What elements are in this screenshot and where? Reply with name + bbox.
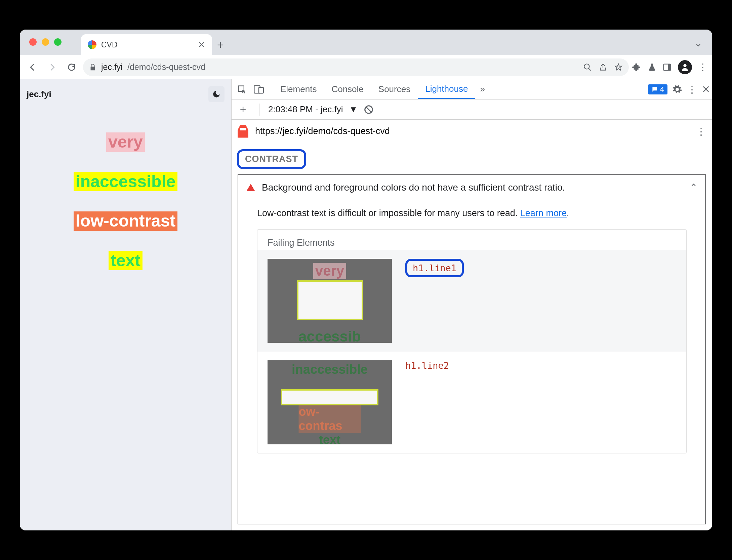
reload-button[interactable] (64, 59, 80, 75)
close-window-button[interactable] (29, 38, 37, 46)
audit-title: Background and foreground colors do not … (262, 182, 565, 193)
tab-sources[interactable]: Sources (371, 79, 418, 99)
lock-icon (89, 64, 96, 71)
search-icon[interactable] (583, 63, 592, 72)
browser-window: CVD ✕ + ⌄ jec.fyi/demo/cds-quest-cvd (20, 30, 712, 530)
extensions-icon[interactable] (632, 63, 642, 72)
clear-icon[interactable] (364, 105, 374, 115)
favicon-icon (88, 40, 96, 49)
tab-title: CVD (101, 40, 193, 49)
new-report-button[interactable]: + (236, 103, 250, 116)
chrome-menu-button[interactable]: ⋮ (698, 62, 707, 73)
tabs-overflow-button[interactable]: ⌄ (694, 38, 702, 49)
devtools-close-button[interactable]: ✕ (702, 83, 710, 95)
maximize-window-button[interactable] (54, 38, 62, 46)
settings-gear-icon[interactable] (672, 84, 682, 94)
demo-word-1: very (106, 132, 145, 152)
forward-button[interactable] (44, 59, 60, 75)
tab-console[interactable]: Console (324, 79, 371, 99)
extension-area: ⋮ (632, 60, 707, 74)
svg-rect-6 (259, 87, 263, 93)
url-host: jec.fyi (101, 62, 123, 72)
share-icon[interactable] (599, 63, 607, 72)
labs-icon[interactable] (648, 62, 656, 72)
theme-toggle-button[interactable] (208, 86, 225, 102)
minimize-window-button[interactable] (42, 38, 49, 46)
browser-tab[interactable]: CVD ✕ (81, 34, 212, 55)
devtools-menu-button[interactable]: ⋮ (687, 83, 697, 95)
lighthouse-toolbar: + 2:03:48 PM - jec.fyi ▼ (232, 99, 712, 120)
lighthouse-icon (238, 125, 248, 138)
back-button[interactable] (25, 59, 41, 75)
period: . (567, 208, 569, 218)
failing-elements-label: Failing Elements (257, 230, 686, 250)
demo-word-2: inaccessible (74, 172, 177, 192)
element-selector[interactable]: h1.line1 (405, 259, 464, 277)
report-url-bar: https://jec.fyi/demo/cds-quest-cvd ⋮ (232, 120, 712, 143)
content-split: jec.fyi very inaccessible low-contrast t… (20, 79, 712, 530)
dropdown-icon[interactable]: ▼ (349, 104, 358, 115)
report-menu-button[interactable]: ⋮ (696, 125, 706, 137)
titlebar: CVD ✕ + ⌄ (20, 30, 712, 55)
audit-desc-text: Low-contrast text is difficult or imposs… (257, 208, 520, 218)
learn-more-link[interactable]: Learn more (520, 208, 567, 218)
svg-rect-2 (668, 64, 670, 70)
omnibox-actions (583, 63, 623, 72)
demo-word-4: text (109, 251, 143, 271)
window-controls (29, 38, 62, 46)
devtools-panel: Elements Console Sources Lighthouse » 4 … (232, 79, 712, 530)
address-bar[interactable]: jec.fyi/demo/cds-quest-cvd (83, 58, 629, 76)
issues-count: 4 (660, 85, 664, 94)
rendered-page: jec.fyi very inaccessible low-contrast t… (20, 79, 232, 530)
toolbar: jec.fyi/demo/cds-quest-cvd ⋮ (20, 55, 712, 79)
svg-point-3 (683, 64, 686, 67)
chevron-up-icon[interactable]: ⌃ (690, 182, 697, 193)
element-selector[interactable]: h1.line2 (405, 360, 449, 371)
failing-row[interactable]: very accessib h1.line1 (257, 250, 686, 352)
audit-header[interactable]: Background and foreground colors do not … (238, 175, 705, 200)
element-thumbnail: inaccessible ow-contras text (268, 360, 392, 444)
report-url: https://jec.fyi/demo/cds-quest-cvd (255, 126, 390, 136)
audit-card: Background and foreground colors do not … (238, 174, 706, 524)
section-contrast-label: CONTRAST (237, 149, 306, 169)
failing-elements-panel: Failing Elements very accessib h1.line1 … (257, 229, 687, 453)
report-select-label: 2:03:48 PM - jec.fyi (268, 104, 343, 115)
element-thumbnail: very accessib (268, 259, 392, 343)
devtools-tabstrip: Elements Console Sources Lighthouse » 4 … (232, 79, 712, 99)
demo-word-3: low-contrast (74, 211, 177, 231)
tab-lighthouse[interactable]: Lighthouse (418, 79, 475, 99)
device-toolbar-icon[interactable] (250, 81, 267, 98)
tab-elements[interactable]: Elements (273, 79, 324, 99)
inspect-element-icon[interactable] (234, 81, 250, 98)
failing-row[interactable]: inaccessible ow-contras text h1.line2 (257, 352, 686, 453)
bookmark-star-icon[interactable] (614, 63, 623, 72)
page-title: jec.fyi (27, 89, 51, 99)
close-tab-button[interactable]: ✕ (198, 40, 205, 50)
audit-description: Low-contrast text is difficult or imposs… (238, 200, 705, 227)
tabs-more-button[interactable]: » (475, 79, 489, 99)
new-tab-button[interactable]: + (212, 36, 229, 53)
warning-triangle-icon (246, 184, 255, 191)
demo-words: very inaccessible low-contrast text (74, 132, 177, 270)
panel-icon[interactable] (662, 63, 672, 72)
profile-avatar[interactable] (678, 60, 692, 74)
url-path: /demo/cds-quest-cvd (127, 62, 205, 72)
svg-point-0 (584, 64, 589, 69)
issues-badge[interactable]: 4 (648, 84, 667, 94)
